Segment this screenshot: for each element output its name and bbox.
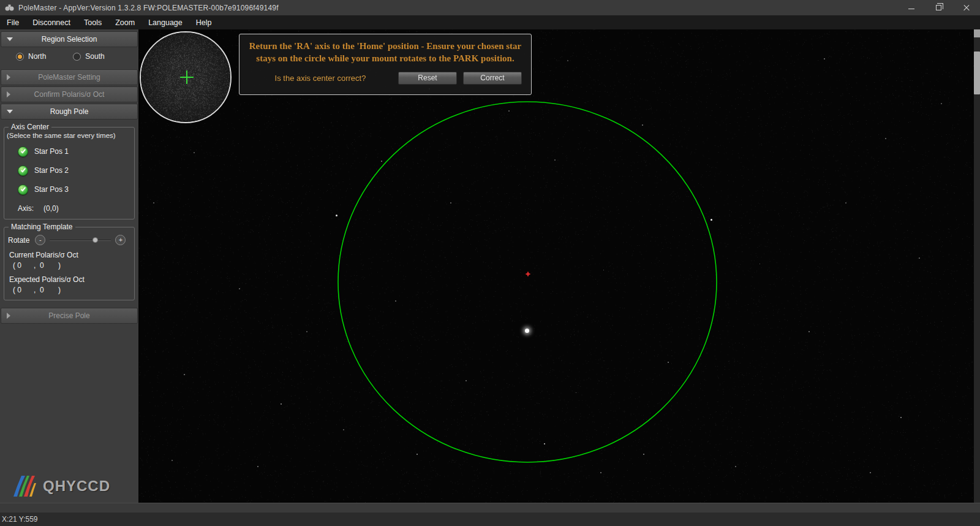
rotate-plus-button[interactable]: + (115, 235, 126, 245)
radio-selected-icon (16, 53, 24, 61)
slider-thumb[interactable] (92, 237, 98, 243)
expand-icon (7, 91, 10, 97)
axis-center-group: Axis Center (Selece the same star every … (4, 123, 135, 219)
radio-unselected-icon (73, 53, 81, 61)
menu-disconnect[interactable]: Disconnect (26, 15, 77, 29)
instruction-text: Return the 'RA' axis to the 'Home' posit… (247, 40, 523, 65)
reset-button[interactable]: Reset (398, 72, 457, 85)
star-pos-2-button[interactable]: Star Pos 2 (18, 164, 130, 177)
star-pos-3-button[interactable]: Star Pos 3 (18, 183, 130, 196)
titlebar: PoleMaster - AppVer:Version 1.3.2.8 FW:P… (0, 0, 980, 15)
menu-help[interactable]: Help (189, 15, 219, 29)
vertical-scrollbar[interactable] (974, 29, 980, 503)
section-title: Precise Pole (48, 311, 89, 320)
axis-center-title: Axis Center (9, 123, 51, 131)
scroll-up-arrow[interactable] (974, 29, 980, 37)
expected-polaris-label: Expected Polaris/σ Oct (9, 275, 130, 284)
check-icon (18, 147, 28, 157)
axis-label: Axis: (18, 204, 34, 213)
sidebar: Region Selection North South PoleMaster … (0, 29, 138, 503)
current-polaris-label: Current Polaris/σ Oct (9, 251, 130, 259)
menu-tools[interactable]: Tools (77, 15, 108, 29)
restore-icon (936, 5, 941, 10)
section-title: PoleMaster Setting (38, 73, 100, 82)
radio-north[interactable]: North (16, 52, 46, 61)
starfield-noise (138, 29, 974, 503)
radio-south[interactable]: South (73, 52, 104, 61)
section-precise-pole[interactable]: Precise Pole (1, 308, 138, 324)
polemaster-window: PoleMaster - AppVer:Version 1.3.2.8 FW:P… (0, 0, 980, 526)
region-radio-group: North South (0, 47, 138, 64)
instruction-panel: Return the 'RA' axis to the 'Home' posit… (239, 34, 532, 95)
section-polemaster-setting[interactable]: PoleMaster Setting (1, 69, 138, 85)
star-pos-1-label: Star Pos 1 (34, 147, 69, 156)
statusbar: X:21 Y:559 (0, 513, 980, 526)
magnifier-inset (140, 31, 232, 123)
slider-track (50, 240, 111, 241)
check-icon (18, 166, 28, 176)
rotate-control: Rotate - + (8, 235, 130, 245)
axis-readout: Axis: (0,0) (18, 204, 130, 213)
check-icon (18, 185, 28, 195)
instruction-actions: Is the axis center correct? Reset Correc… (247, 72, 523, 85)
content-area: Region Selection North South PoleMaster … (0, 29, 980, 503)
matching-template-group: Matching Template Rotate - + Current Pol… (4, 223, 135, 300)
radio-north-label: North (28, 52, 46, 61)
section-region-selection[interactable]: Region Selection (1, 31, 138, 47)
rotate-label: Rotate (8, 236, 29, 245)
minimize-icon (908, 9, 914, 9)
collapse-icon (7, 37, 13, 41)
expand-icon (7, 74, 10, 80)
star-pos-2-label: Star Pos 2 (34, 166, 69, 175)
menu-language[interactable]: Language (141, 15, 189, 29)
window-title: PoleMaster - AppVer:Version 1.3.2.8 FW:P… (18, 4, 279, 12)
radio-south-label: South (85, 52, 104, 61)
axis-center-question: Is the axis center correct? (249, 74, 392, 83)
expected-polaris-value: ( 0 , 0 ) (13, 286, 130, 294)
star-pos-1-button[interactable]: Star Pos 1 (18, 145, 130, 158)
scrollbar-thumb[interactable] (974, 51, 980, 94)
rotate-slider[interactable] (50, 235, 111, 245)
section-title: Rough Pole (50, 107, 89, 116)
star-pos-3-label: Star Pos 3 (34, 185, 69, 194)
axis-value: (0,0) (43, 204, 59, 213)
rotate-minus-button[interactable]: - (35, 235, 45, 245)
qhyccd-logo-icon (11, 475, 38, 498)
axis-center-subtitle: (Selece the same star every times) (7, 132, 130, 139)
current-polaris-value: ( 0 , 0 ) (13, 261, 130, 270)
section-confirm-polaris[interactable]: Confirm Polaris/σ Oct (1, 86, 138, 102)
camera-view[interactable]: Return the 'RA' axis to the 'Home' posit… (138, 29, 980, 503)
crosshair-icon (186, 71, 187, 84)
close-button[interactable] (952, 0, 980, 15)
menu-file[interactable]: File (0, 15, 26, 29)
window-controls (897, 0, 980, 15)
close-icon (963, 4, 970, 12)
qhyccd-logo: QHYCCD (11, 475, 110, 498)
qhyccd-logo-text: QHYCCD (43, 478, 110, 495)
correct-button[interactable]: Correct (463, 72, 522, 85)
status-strip (0, 503, 980, 513)
matching-template-title: Matching Template (9, 223, 75, 231)
collapse-icon (7, 110, 13, 113)
cursor-coordinates: X:21 Y:559 (2, 515, 38, 524)
menubar: File Disconnect Tools Zoom Language Help (0, 15, 980, 29)
expand-icon (7, 313, 10, 319)
section-rough-pole[interactable]: Rough Pole (1, 104, 138, 120)
menu-zoom[interactable]: Zoom (108, 15, 141, 29)
section-title: Region Selection (42, 35, 97, 44)
maximize-button[interactable] (925, 0, 952, 15)
section-title: Confirm Polaris/σ Oct (34, 90, 105, 99)
minimize-button[interactable] (897, 0, 925, 15)
app-icon (5, 4, 14, 11)
